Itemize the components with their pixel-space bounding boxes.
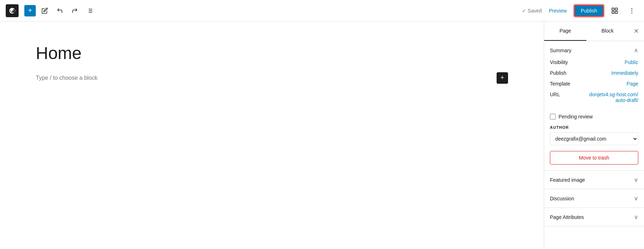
- featured-image-title: Featured image: [550, 177, 585, 183]
- page-attributes-header[interactable]: Page Attributes ∨: [544, 208, 644, 226]
- pending-review-label: Pending review: [558, 114, 593, 119]
- redo-icon: [72, 8, 78, 14]
- visibility-row: Visibility Public: [550, 59, 638, 65]
- svg-rect-8: [612, 11, 614, 13]
- undo-button[interactable]: [54, 5, 66, 16]
- editor-canvas[interactable]: Home Type / to choose a block +: [0, 21, 544, 249]
- discussion-title: Discussion: [550, 196, 574, 201]
- preview-button[interactable]: Preview: [546, 6, 570, 16]
- svg-rect-9: [615, 11, 618, 13]
- publish-value[interactable]: Immediately: [611, 70, 638, 76]
- template-row: Template Page: [550, 81, 638, 87]
- summary-content: Visibility Public Publish Immediately Te…: [544, 59, 644, 114]
- wordpress-logo: [6, 4, 19, 17]
- featured-image-chevron-icon: ∨: [634, 176, 638, 183]
- url-label: URL: [550, 92, 579, 97]
- settings-icon: [611, 7, 618, 14]
- svg-point-12: [631, 12, 633, 13]
- url-value[interactable]: donjetv4.sg-host.com/auto-draft/: [588, 92, 638, 103]
- sidebar: Page Block ✕ Summary ∧ Visibility Public…: [544, 21, 644, 249]
- undo-icon: [57, 8, 63, 14]
- summary-section: Summary ∧ Visibility Public Publish Imme…: [544, 41, 644, 171]
- add-block-toolbar-button[interactable]: +: [24, 5, 36, 16]
- visibility-label: Visibility: [550, 59, 579, 65]
- summary-title: Summary: [550, 48, 571, 53]
- featured-image-section: Featured image ∨: [544, 171, 644, 189]
- discussion-header[interactable]: Discussion ∨: [544, 189, 644, 208]
- tab-page[interactable]: Page: [544, 21, 586, 41]
- svg-rect-7: [615, 8, 618, 10]
- author-label: AUTHOR: [550, 125, 638, 130]
- url-row: URL donjetv4.sg-host.com/auto-draft/: [550, 92, 638, 103]
- pending-review-row: Pending review: [544, 114, 644, 125]
- author-select[interactable]: deezgrafix@gmail.com: [550, 132, 638, 145]
- plus-icon: +: [28, 6, 32, 15]
- document-overview-button[interactable]: [84, 5, 96, 16]
- visibility-value[interactable]: Public: [625, 59, 638, 65]
- move-to-trash-button[interactable]: Move to trash: [550, 151, 638, 165]
- publish-button[interactable]: Publish: [574, 5, 604, 17]
- trash-section: Move to trash: [544, 151, 644, 170]
- checkmark-icon: ✓: [522, 8, 526, 14]
- sidebar-tabs: Page Block ✕: [544, 21, 644, 41]
- close-sidebar-button[interactable]: ✕: [629, 21, 644, 41]
- page-attributes-section: Page Attributes ∨: [544, 208, 644, 226]
- page-title-input[interactable]: Home: [36, 43, 508, 64]
- toolbar: +: [0, 0, 644, 21]
- author-section: AUTHOR deezgrafix@gmail.com: [544, 125, 644, 151]
- page-attributes-title: Page Attributes: [550, 214, 584, 220]
- svg-point-11: [631, 10, 633, 11]
- close-icon: ✕: [634, 27, 639, 35]
- tools-button[interactable]: [39, 5, 51, 16]
- featured-image-header[interactable]: Featured image ∨: [544, 171, 644, 189]
- pending-review-checkbox[interactable]: [550, 114, 556, 119]
- main-area: Home Type / to choose a block + Page Blo…: [0, 21, 644, 249]
- toolbar-right: ✓ Saved Preview Publish: [522, 5, 638, 17]
- more-icon: [628, 7, 635, 14]
- discussion-section: Discussion ∨: [544, 189, 644, 208]
- placeholder-text: Type / to choose a block: [36, 75, 98, 81]
- summary-section-header[interactable]: Summary ∧: [544, 41, 644, 59]
- add-block-button[interactable]: +: [497, 72, 508, 84]
- block-placeholder: Type / to choose a block +: [36, 72, 508, 84]
- toolbar-left: +: [6, 4, 96, 17]
- plus-icon: +: [501, 74, 504, 82]
- publish-label: Publish: [550, 70, 579, 76]
- template-label: Template: [550, 81, 579, 87]
- saved-status: ✓ Saved: [522, 8, 542, 14]
- pencil-icon: [42, 8, 48, 14]
- discussion-chevron-icon: ∨: [634, 195, 638, 202]
- tab-block[interactable]: Block: [586, 21, 629, 41]
- chevron-up-icon: ∧: [634, 47, 638, 54]
- more-options-button[interactable]: [625, 5, 638, 16]
- svg-point-10: [631, 8, 633, 9]
- template-value[interactable]: Page: [626, 81, 638, 87]
- svg-rect-6: [612, 8, 614, 10]
- settings-button[interactable]: [608, 5, 621, 16]
- redo-button[interactable]: [69, 5, 81, 16]
- list-view-icon: [87, 8, 93, 14]
- page-attributes-chevron-icon: ∨: [634, 214, 638, 220]
- publish-row: Publish Immediately: [550, 70, 638, 76]
